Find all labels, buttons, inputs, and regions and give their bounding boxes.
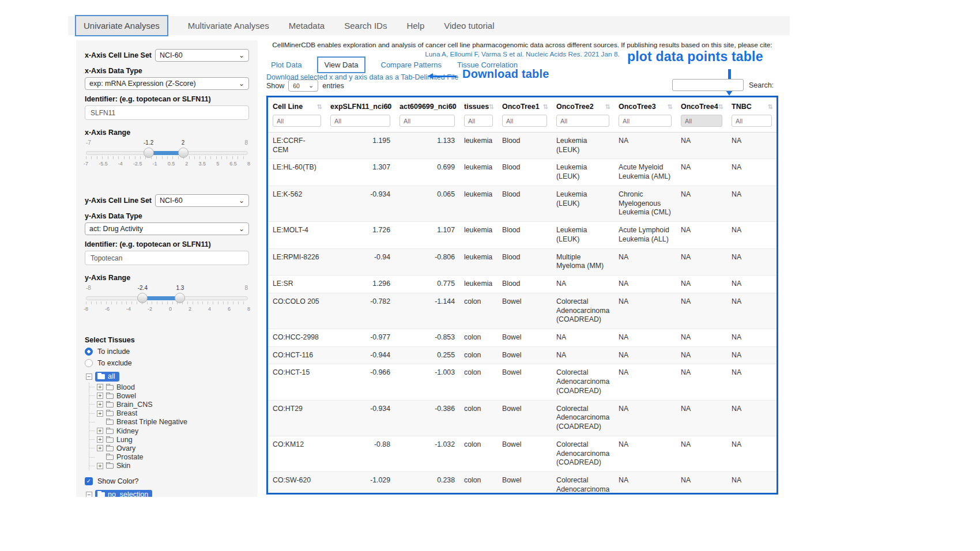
table-row[interactable]: CO:SW-620-1.0290.238colonBowelColorectal… [268,472,777,495]
filter-input-oncotree1[interactable] [502,115,547,127]
sort-icon[interactable]: ⇅ [543,103,548,111]
column-header-tnbc[interactable]: ⇅TNBC [727,97,777,114]
y-axis-data-type-select[interactable]: act: Drug Activity ⌄ [85,222,249,235]
x-axis-range-slider[interactable]: -78-1.22-7-5.5-4-2.5-10.523.556.58 [86,146,248,175]
table-row[interactable]: CO:COLO 205-0.782-1.144colonBowelColorec… [268,293,777,329]
expand-icon[interactable]: + [97,410,103,417]
filter-input-expslfn11-nci60[interactable] [330,115,390,127]
slider-low-handle[interactable] [137,293,148,303]
tab-view-data[interactable]: View Data [317,56,365,73]
table-row[interactable]: CO:HCT-116-0.9440.255colonBowelNANANANA [268,346,777,364]
radio-button[interactable] [85,348,93,356]
x-axis-cell-line-set-select[interactable]: NCI-60 ⌄ [155,49,249,62]
table-row[interactable]: CO:KM12-0.88-1.032colonBowelColorectal A… [268,436,777,471]
column-header-oncotree2[interactable]: ⇅OncoTree2 [552,97,614,114]
x-axis-data-type-select[interactable]: exp: mRNA Expression (Z-Score) ⌄ [85,77,249,90]
include-tree-item-breast-triple-negative[interactable]: Breast Triple Negative [97,418,249,427]
nav-item-metadata[interactable]: Metadata [289,21,325,31]
color-tree-root-no-selection[interactable]: no_selection [95,490,152,497]
column-header-oncotree3[interactable]: ⇅OncoTree3 [614,97,676,114]
column-header-expslfn11-nci60[interactable]: ⇅expSLFN11_nci60 [326,97,395,114]
include-tree-item-kidney[interactable]: +Kidney [97,427,249,435]
show-color-row[interactable]: ✓ Show Color? [85,477,249,485]
nav-item-video-tutorial[interactable]: Video tutorial [444,21,494,31]
sort-icon[interactable]: ⇅ [768,103,773,111]
table-row[interactable]: LE:RPMI-8226-0.94-0.806leukemiaBloodMult… [268,248,777,275]
cell-expslfn11-nci60: 1.195 [326,133,395,159]
column-header-oncotree4[interactable]: ⇅OncoTree4 [676,97,727,114]
show-color-checkbox[interactable]: ✓ [85,477,93,485]
include-tree-item-lung[interactable]: +Lung [97,435,249,444]
filter-input-act609699-nci60[interactable] [399,115,455,127]
filter-cell [727,114,777,133]
expand-icon[interactable]: + [97,445,103,451]
y-axis-range-slider[interactable]: -88-2.41.3-8-6-4-202468 [86,291,248,320]
y-axis-cell-line-set-select[interactable]: NCI-60 ⌄ [155,194,249,207]
radio-to-include[interactable]: To include [85,348,249,356]
y-axis-data-type-label: y-Axis Data Type [85,212,249,220]
include-tree-item-prostate[interactable]: Prostate [97,453,249,462]
include-tree-item-ovary[interactable]: +Ovary [97,444,249,452]
search-input[interactable] [672,79,744,91]
filter-cell [497,114,552,133]
slider-low-handle[interactable] [144,148,154,158]
column-header-act609699-nci60[interactable]: ⇅act609699_nci60 [395,97,459,114]
column-header-oncotree1[interactable]: ⇅OncoTree1 [497,97,552,114]
table-row[interactable]: CO:HCT-15-0.966-1.003colonBowelColorecta… [268,364,777,400]
nav-item-help[interactable]: Help [406,21,424,31]
include-tree-item-blood[interactable]: +Blood [97,383,249,391]
slider-high-handle[interactable] [175,293,185,303]
slider-high-handle[interactable] [178,148,189,158]
filter-input-tissues[interactable] [464,115,493,127]
expand-icon[interactable]: + [97,393,103,399]
slider-min-label: -7 [86,139,91,146]
column-header-tissues[interactable]: ⇅tissues [459,97,497,114]
filter-input-oncotree3[interactable] [619,115,672,127]
table-row[interactable]: LE:MOLT-41.7261.107leukemiaBloodLeukemia… [268,222,777,248]
filter-input-tnbc[interactable] [732,115,772,127]
filter-input-oncotree2[interactable] [556,115,609,127]
expand-icon[interactable]: + [97,436,103,443]
nav-item-univariate-analyses[interactable]: Univariate Analyses [75,15,168,36]
tab-compare-patterns[interactable]: Compare Patterns [381,61,442,69]
column-header-label: OncoTree3 [619,103,656,111]
nav-item-multivariate-analyses[interactable]: Multivariate Analyses [188,21,269,31]
filter-input-cell-line[interactable] [273,115,321,127]
table-row[interactable]: LE:CCRF-CEM1.1951.133leukemiaBloodLeukem… [268,133,777,159]
entries-select[interactable]: 60 ⌄ [288,80,318,92]
expand-icon[interactable]: + [97,401,103,407]
table-row[interactable]: CO:HT29-0.934-0.386colonBowelColorectal … [268,400,777,436]
sort-icon[interactable]: ⇅ [668,103,673,111]
collapse-icon[interactable]: − [86,492,92,497]
column-header-cell-line[interactable]: ⇅Cell Line [268,97,326,114]
cell-act609699-nci60: -1.144 [395,293,459,329]
table-row[interactable]: LE:SR1.2960.775leukemiaBloodNANANANA [268,276,777,293]
table-row[interactable]: CO:HCC-2998-0.977-0.853colonBowelNANANAN… [268,329,777,347]
x-axis-identifier-input[interactable] [85,105,249,120]
collapse-icon[interactable]: − [86,373,92,380]
sort-icon[interactable]: ⇅ [489,103,494,111]
sort-icon[interactable]: ⇅ [317,103,322,111]
expand-icon[interactable]: + [97,384,103,390]
sort-icon[interactable]: ⇅ [718,103,723,111]
include-tree-root-all[interactable]: all [95,372,119,382]
include-tree-item-bowel[interactable]: +Bowel [97,391,249,400]
slider-tick-label: 8 [247,161,250,167]
expand-icon[interactable]: + [97,463,103,469]
table-row[interactable]: LE:HL-60(TB)1.3070.699leukemiaBloodLeuke… [268,159,777,186]
sort-icon[interactable]: ⇅ [605,103,610,111]
cell-oncotree2: Colorectal Adenocarcinoma (COADREAD) [552,436,614,471]
slider-tick-label: 6.5 [229,161,237,167]
y-axis-identifier-input[interactable] [85,251,249,265]
filter-input-oncotree4[interactable] [681,115,722,127]
include-tree-item-breast[interactable]: +Breast [97,409,249,418]
include-tree-item-skin[interactable]: +Skin [97,462,249,470]
expand-icon[interactable]: + [97,428,103,434]
radio-to-exclude[interactable]: To exclude [85,359,249,367]
radio-button[interactable] [85,359,93,367]
nav-item-search-ids[interactable]: Search IDs [344,21,387,31]
include-tree-item-brain-cns[interactable]: +Brain_CNS [97,400,249,409]
cell-tissues: colon [459,346,497,364]
tab-plot-data[interactable]: Plot Data [271,61,301,69]
table-row[interactable]: LE:K-562-0.9340.065leukemiaBloodLeukemia… [268,186,777,221]
